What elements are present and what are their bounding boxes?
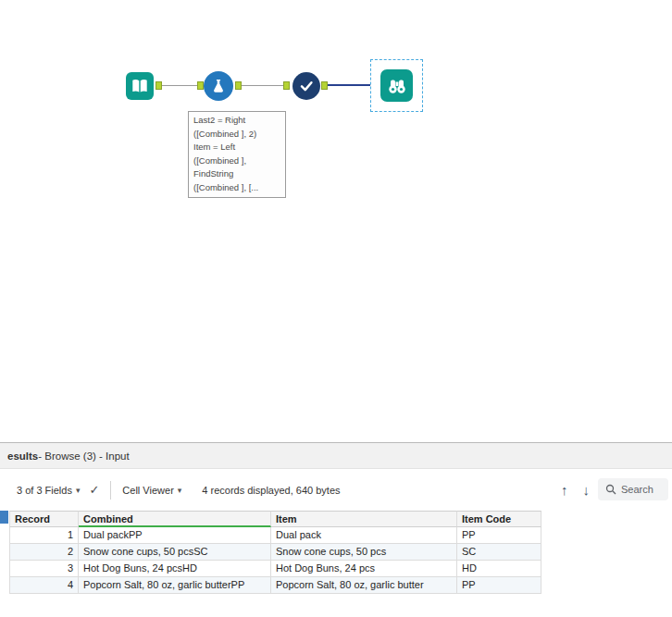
column-header-combined[interactable]: Combined xyxy=(79,511,271,527)
annotation-line: Item = Left xyxy=(193,141,280,154)
record-cell[interactable]: 2 xyxy=(9,544,79,561)
combined-cell[interactable]: Hot Dog Buns, 24 pcsHD xyxy=(79,561,271,577)
input-data-tool[interactable] xyxy=(126,72,154,100)
browse-tool[interactable] xyxy=(380,69,413,102)
input-anchor xyxy=(197,81,204,90)
record-cell[interactable]: 4 xyxy=(9,577,79,594)
search-placeholder: Search xyxy=(621,484,653,495)
output-anchor xyxy=(156,81,162,90)
cell-viewer-label: Cell Viewer xyxy=(122,485,173,496)
scroll-down-arrow[interactable]: ↓ xyxy=(583,482,591,498)
table-row: 3 Hot Dog Buns, 24 pcsHD Hot Dog Buns, 2… xyxy=(9,561,541,577)
annotation-line: FindString xyxy=(193,167,280,181)
selected-connection-wire xyxy=(328,84,370,86)
results-title: esults xyxy=(7,450,38,462)
connection-wire xyxy=(242,85,283,86)
table-row: 4 Popcorn Salt, 80 oz, garlic butterPP P… xyxy=(9,577,541,594)
table-header-row: Record Combined Item Item Code xyxy=(9,511,541,527)
apply-check-icon[interactable]: ✓ xyxy=(89,483,99,497)
formula-tool[interactable] xyxy=(204,71,233,101)
item-cell[interactable]: Hot Dog Buns, 24 pcs xyxy=(271,561,457,577)
item-cell[interactable]: Snow cone cups, 50 pcs xyxy=(271,544,457,561)
results-toolbar: 3 of 3 Fields ▾ ✓ Cell Viewer ▾ 4 record… xyxy=(0,469,672,511)
alteryx-window: Last2 = Right ([Combined ], 2) Item = Le… xyxy=(0,0,672,617)
column-header-record[interactable]: Record xyxy=(9,511,79,527)
checkmark-icon xyxy=(297,77,316,95)
select-tool[interactable] xyxy=(292,72,320,100)
toolbar-divider xyxy=(110,481,111,500)
open-book-icon xyxy=(130,76,150,96)
chevron-down-icon: ▾ xyxy=(178,486,182,495)
grid-pane-icon[interactable] xyxy=(0,511,8,524)
item-code-cell[interactable]: HD xyxy=(457,561,541,577)
table-row: 1 Dual packPP Dual pack PP xyxy=(9,527,541,544)
output-anchor xyxy=(235,81,242,90)
annotation-line: ([Combined ], 2) xyxy=(193,128,280,142)
record-cell[interactable]: 1 xyxy=(9,527,79,544)
input-anchor xyxy=(283,81,290,90)
annotation-line: ([Combined ], [... xyxy=(193,181,280,195)
combined-cell[interactable]: Popcorn Salt, 80 oz, garlic butterPP xyxy=(79,577,271,594)
table-row: 2 Snow cone cups, 50 pcsSC Snow cone cup… xyxy=(9,544,541,561)
annotation-line: Last2 = Right xyxy=(193,114,280,128)
results-panel-header: esults - Browse (3) - Input xyxy=(0,442,672,469)
results-subtitle: - Browse (3) - Input xyxy=(38,450,129,462)
scroll-up-arrow[interactable]: ↑ xyxy=(561,482,568,498)
column-header-item-code[interactable]: Item Code xyxy=(457,511,541,527)
search-icon xyxy=(605,484,616,495)
record-cell[interactable]: 3 xyxy=(9,561,79,577)
search-input[interactable]: Search xyxy=(598,478,668,500)
item-cell[interactable]: Dual pack xyxy=(271,527,457,544)
connection-wire xyxy=(162,85,197,86)
output-anchor xyxy=(321,81,328,90)
results-table: Record Combined Item Item Code 1 Dual pa… xyxy=(9,511,541,594)
fields-dropdown-label: 3 of 3 Fields xyxy=(17,485,72,496)
binoculars-icon xyxy=(386,75,408,97)
cell-viewer-dropdown[interactable]: Cell Viewer ▾ xyxy=(122,485,181,496)
column-header-item[interactable]: Item xyxy=(271,511,457,527)
item-cell[interactable]: Popcorn Salt, 80 oz, garlic butter xyxy=(271,577,457,594)
combined-cell[interactable]: Snow cone cups, 50 pcsSC xyxy=(79,544,271,561)
chevron-down-icon: ▾ xyxy=(76,486,81,495)
item-code-cell[interactable]: SC xyxy=(457,544,541,561)
annotation-line: ([Combined ], xyxy=(193,154,280,168)
records-info: 4 records displayed, 640 bytes xyxy=(202,485,340,496)
fields-dropdown[interactable]: 3 of 3 Fields ▾ xyxy=(17,485,80,496)
combined-cell[interactable]: Dual packPP xyxy=(79,527,271,544)
flask-icon xyxy=(209,77,228,95)
formula-annotation[interactable]: Last2 = Right ([Combined ], 2) Item = Le… xyxy=(188,111,286,198)
item-code-cell[interactable]: PP xyxy=(457,527,541,544)
item-code-cell[interactable]: PP xyxy=(457,577,541,594)
